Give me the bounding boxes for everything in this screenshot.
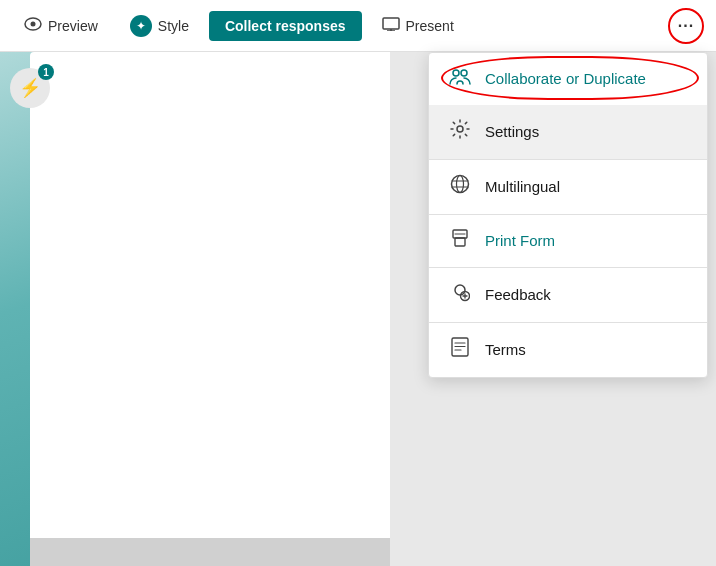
multilingual-label: Multilingual [485, 178, 560, 195]
present-icon [382, 17, 400, 35]
style-button[interactable]: ✦ Style [118, 9, 201, 43]
svg-point-7 [457, 126, 463, 132]
preview-button[interactable]: Preview [12, 11, 110, 41]
dropdown-item-multilingual[interactable]: Multilingual [429, 160, 707, 214]
settings-label: Settings [485, 123, 539, 140]
settings-icon [449, 119, 471, 144]
left-panel: ⚡ 1 [0, 52, 390, 566]
svg-point-9 [457, 176, 464, 193]
present-label: Present [406, 18, 454, 34]
badge-count: 1 [38, 64, 54, 80]
collect-responses-button[interactable]: Collect responses [209, 11, 362, 41]
collaborate-label: Collaborate or Duplicate [485, 70, 646, 87]
terms-icon [449, 337, 471, 362]
svg-rect-2 [383, 18, 399, 29]
main-area: ⚡ 1 [0, 52, 716, 566]
svg-point-1 [31, 21, 36, 26]
navbar: Preview ✦ Style Collect responses Presen… [0, 0, 716, 52]
right-panel: Collaborate or Duplicate Settings [390, 52, 716, 566]
more-button[interactable]: ··· [668, 8, 704, 44]
more-btn-wrapper: ··· [668, 8, 704, 44]
svg-point-8 [452, 176, 469, 193]
lightning-icon: ⚡ [19, 77, 41, 99]
style-icon: ✦ [130, 15, 152, 37]
svg-point-14 [455, 285, 465, 295]
lightning-badge[interactable]: ⚡ 1 [10, 68, 50, 108]
dropdown-item-settings[interactable]: Settings [429, 105, 707, 159]
style-label: Style [158, 18, 189, 34]
feedback-icon [449, 282, 471, 307]
collect-label: Collect responses [225, 18, 346, 34]
more-dots: ··· [678, 17, 694, 35]
preview-icon [24, 17, 42, 35]
dropdown-item-terms[interactable]: Terms [429, 323, 707, 377]
form-card [30, 52, 390, 566]
multilingual-icon [449, 174, 471, 199]
terms-label: Terms [485, 341, 526, 358]
print-icon [449, 229, 471, 252]
present-button[interactable]: Present [370, 11, 466, 41]
feedback-label: Feedback [485, 286, 551, 303]
dropdown-item-print[interactable]: Print Form [429, 215, 707, 267]
svg-point-5 [453, 70, 459, 76]
dropdown-item-collaborate[interactable]: Collaborate or Duplicate [429, 53, 707, 105]
svg-rect-13 [455, 238, 465, 246]
dropdown-item-feedback[interactable]: Feedback [429, 268, 707, 322]
svg-point-6 [461, 70, 467, 76]
bottom-bar [30, 538, 390, 566]
dropdown-menu: Collaborate or Duplicate Settings [428, 52, 708, 378]
collaborate-icon [449, 67, 471, 90]
print-label: Print Form [485, 232, 555, 249]
preview-label: Preview [48, 18, 98, 34]
